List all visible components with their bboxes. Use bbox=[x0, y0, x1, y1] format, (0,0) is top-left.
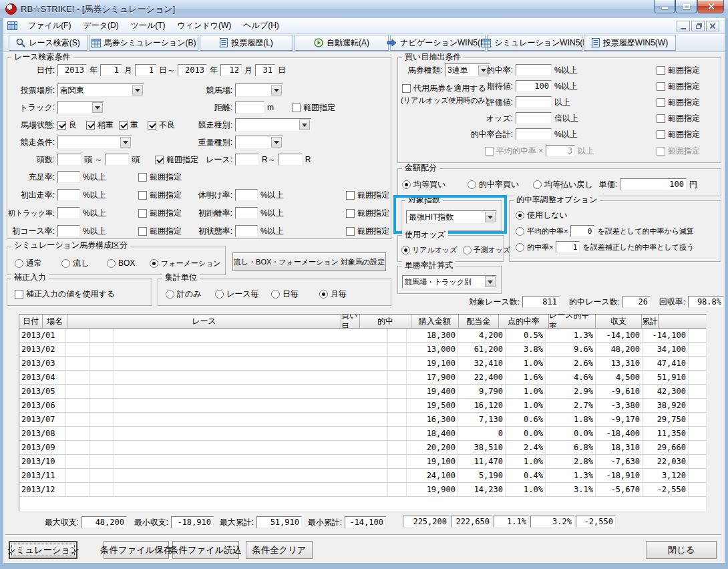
dropdown-arrow-icon[interactable] bbox=[299, 120, 310, 130]
real-odds-radio[interactable] bbox=[401, 246, 410, 254]
hit-adjust-average-input[interactable]: 0 bbox=[570, 225, 594, 237]
composition-nagashi-radio[interactable] bbox=[61, 259, 70, 268]
menu-help[interactable]: ヘルプ(H) bbox=[238, 18, 285, 33]
place-select[interactable]: 南関東 bbox=[57, 83, 144, 97]
odds-input[interactable] bbox=[516, 112, 552, 124]
first-state-input[interactable] bbox=[235, 225, 258, 237]
condition-heavy-checkbox[interactable] bbox=[119, 121, 128, 130]
aggregation-monthly-radio[interactable] bbox=[319, 290, 328, 299]
menu-window[interactable]: ウィンドウ(W) bbox=[172, 18, 237, 33]
column-header[interactable]: 配当金 bbox=[459, 315, 499, 328]
expected-value-range-checkbox[interactable] bbox=[657, 82, 665, 91]
column-header[interactable]: 日付 bbox=[19, 315, 43, 328]
column-header[interactable]: 的中 bbox=[360, 315, 411, 328]
hit-adjust-multiplier-input[interactable]: 1 bbox=[556, 241, 580, 253]
dropdown-arrow-icon[interactable] bbox=[485, 212, 496, 222]
column-header[interactable]: 場名 bbox=[43, 315, 67, 328]
close-button[interactable] bbox=[697, 0, 724, 13]
clear-all-conditions-button[interactable]: 条件全クリア bbox=[246, 541, 313, 559]
first-course-input[interactable] bbox=[57, 225, 80, 237]
target-index-select[interactable]: 最強HIT指数 bbox=[406, 210, 497, 224]
evaluation-value-input[interactable] bbox=[516, 96, 552, 108]
race-type-select[interactable] bbox=[235, 118, 311, 132]
mdi-child-icon[interactable] bbox=[7, 21, 17, 30]
allocation-equal-buy-radio[interactable] bbox=[402, 180, 411, 189]
first-distance-input[interactable] bbox=[235, 207, 258, 219]
condition-good-checkbox[interactable] bbox=[57, 121, 66, 130]
dropdown-arrow-icon[interactable] bbox=[485, 276, 496, 287]
simulation-win5-button[interactable]: シミュレーションWIN5(I) bbox=[487, 35, 582, 51]
weight-type-select[interactable] bbox=[235, 136, 283, 149]
mdi-close-button[interactable] bbox=[706, 21, 719, 31]
table-row[interactable]: 2013/08 18,400 0 0.0% 0.0% -18,400 11,35… bbox=[19, 427, 706, 441]
table-row[interactable]: 2013/06 19,500 16,120 1.0% 2.7% -3,380 3… bbox=[19, 399, 706, 413]
first-track-range-checkbox[interactable] bbox=[138, 209, 147, 218]
date-day-from-input[interactable]: 1 bbox=[135, 64, 156, 76]
menu-data[interactable]: データ(D) bbox=[77, 18, 124, 33]
column-header[interactable]: 収支 bbox=[596, 315, 642, 328]
bet-simulation-button[interactable]: 馬券シミュレーション(B) bbox=[89, 35, 198, 51]
rest-return-range-checkbox[interactable] bbox=[346, 191, 355, 200]
dropdown-arrow-icon[interactable] bbox=[271, 137, 282, 148]
mdi-restore-button[interactable] bbox=[691, 21, 705, 31]
close-window-button[interactable]: 閉じる bbox=[646, 541, 717, 559]
menu-tools[interactable]: ツール(T) bbox=[126, 18, 171, 33]
expected-value-input[interactable]: 100 bbox=[516, 80, 552, 92]
first-course-range-checkbox[interactable] bbox=[138, 227, 147, 236]
first-track-input[interactable] bbox=[57, 207, 80, 219]
column-header[interactable]: 累計 bbox=[642, 315, 659, 328]
race-number-to-input[interactable] bbox=[279, 154, 303, 166]
load-condition-file-button[interactable]: 条件ファイル読込 bbox=[172, 541, 239, 559]
hit-rate-input[interactable] bbox=[516, 64, 552, 76]
track-select[interactable] bbox=[57, 101, 104, 114]
first-distance-range-checkbox[interactable] bbox=[346, 209, 355, 218]
heads-range-checkbox[interactable] bbox=[155, 156, 164, 164]
navigation-win5-button[interactable]: ナビゲーションWIN5(N) bbox=[390, 35, 486, 51]
date-month-from-input[interactable]: 1 bbox=[100, 64, 122, 76]
race-number-from-input[interactable] bbox=[235, 154, 259, 166]
first-run-range-checkbox[interactable] bbox=[138, 191, 147, 200]
table-row[interactable]: 2013/05 19,400 9,790 1.0% 2.9% -9,610 42… bbox=[19, 385, 706, 399]
dropdown-arrow-icon[interactable] bbox=[92, 102, 103, 113]
column-header[interactable]: レース bbox=[67, 315, 341, 328]
hit-rate-range-checkbox[interactable] bbox=[657, 66, 665, 75]
aggregation-per-race-radio[interactable] bbox=[215, 290, 224, 299]
distance-input[interactable] bbox=[235, 102, 264, 114]
menu-file[interactable]: ファイル(F) bbox=[23, 18, 76, 33]
hit-adjust-none-radio[interactable] bbox=[516, 211, 524, 220]
heads-from-input[interactable] bbox=[57, 154, 81, 166]
column-header[interactable]: 買い目 bbox=[341, 315, 360, 328]
date-year-from-input[interactable]: 2013 bbox=[57, 64, 87, 76]
vote-history-button[interactable]: 投票履歴(L) bbox=[200, 35, 293, 51]
sufficiency-range-checkbox[interactable] bbox=[138, 173, 147, 182]
substitute-ticket-checkbox[interactable] bbox=[402, 84, 411, 93]
table-row[interactable]: 2013/04 17,900 22,400 1.6% 4.6% 4,500 51… bbox=[19, 371, 706, 385]
sufficiency-input[interactable] bbox=[57, 171, 80, 183]
first-run-input[interactable] bbox=[57, 189, 80, 201]
heads-to-input[interactable] bbox=[105, 154, 129, 166]
racecourse-select[interactable] bbox=[235, 83, 283, 97]
hit-rate-total-range-checkbox[interactable] bbox=[657, 130, 665, 139]
dropdown-arrow-icon[interactable] bbox=[271, 85, 282, 96]
unit-price-input[interactable]: 100 bbox=[620, 178, 687, 190]
average-hit-rate-range-checkbox[interactable] bbox=[657, 147, 665, 156]
win-calc-select[interactable]: 競馬場・トラック別 bbox=[402, 275, 497, 289]
maximize-button[interactable] bbox=[675, 0, 697, 13]
column-header[interactable]: レース的中率 bbox=[549, 315, 596, 328]
correction-use-checkbox[interactable] bbox=[15, 290, 23, 299]
mdi-minimize-button[interactable] bbox=[677, 21, 690, 31]
average-hit-rate-checkbox[interactable] bbox=[485, 147, 494, 156]
table-row[interactable]: 2013/03 19,100 32,410 1.0% 2.6% 13,310 4… bbox=[19, 357, 706, 371]
composition-normal-radio[interactable] bbox=[15, 259, 23, 268]
save-condition-file-button[interactable]: 条件ファイル保存 bbox=[104, 541, 169, 559]
hit-rate-total-input[interactable] bbox=[516, 128, 552, 140]
predicted-odds-radio[interactable] bbox=[463, 246, 472, 254]
table-row[interactable]: 2013/02 13,000 61,200 3.8% 9.6% 48,200 3… bbox=[19, 343, 706, 357]
composition-box-radio[interactable] bbox=[107, 259, 116, 268]
evaluation-value-range-checkbox[interactable] bbox=[657, 98, 665, 107]
simulation-button[interactable]: シミュレーション bbox=[9, 541, 77, 559]
hit-adjust-average-radio[interactable] bbox=[516, 227, 524, 236]
column-header[interactable]: 購入金額 bbox=[411, 315, 459, 328]
auto-run-button[interactable]: 自動運転(A) bbox=[295, 35, 389, 51]
date-year-to-input[interactable]: 2013 bbox=[178, 64, 207, 76]
